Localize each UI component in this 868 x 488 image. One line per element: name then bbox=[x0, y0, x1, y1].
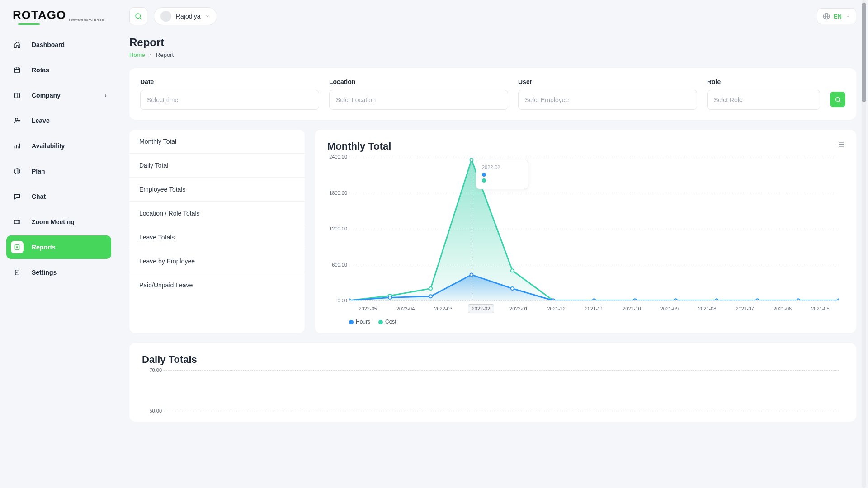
svg-rect-12 bbox=[14, 220, 19, 224]
user-field: User bbox=[518, 78, 697, 110]
report-tab-leave-by-employee[interactable]: Leave by Employee bbox=[129, 249, 305, 273]
topbar: Rajodiya EN bbox=[129, 7, 856, 25]
svg-point-29 bbox=[429, 287, 432, 290]
sidebar-item-label: Dashboard bbox=[32, 41, 65, 48]
language-selector[interactable]: EN bbox=[817, 8, 856, 24]
x-tick: 2022-02 bbox=[462, 306, 500, 311]
scroll-thumb[interactable] bbox=[862, 3, 866, 102]
x-tick: 2022-05 bbox=[349, 306, 387, 311]
svg-rect-0 bbox=[15, 68, 20, 73]
chevron-right-icon: › bbox=[150, 52, 151, 58]
svg-point-48 bbox=[674, 299, 677, 301]
svg-point-46 bbox=[593, 299, 596, 301]
zoom-meeting-icon bbox=[11, 216, 24, 228]
hamburger-icon bbox=[837, 141, 845, 149]
sidebar-item-zoom-meeting[interactable]: Zoom Meeting bbox=[6, 210, 111, 234]
svg-point-52 bbox=[838, 299, 840, 301]
sidebar-item-rotas[interactable]: Rotas bbox=[6, 58, 111, 82]
sidebar-item-chat[interactable]: Chat bbox=[6, 185, 111, 208]
filter-card: Date Location User Role bbox=[129, 68, 856, 120]
sidebar-item-label: Settings bbox=[32, 269, 57, 276]
x-tick: 2021-06 bbox=[764, 306, 801, 311]
report-tab-leave-totals[interactable]: Leave Totals bbox=[129, 225, 305, 249]
search-button[interactable] bbox=[129, 7, 147, 25]
sidebar-item-availability[interactable]: Availability bbox=[6, 134, 111, 158]
sidebar-item-reports[interactable]: Reports bbox=[6, 235, 111, 259]
report-tab-employee-totals[interactable]: Employee Totals bbox=[129, 178, 305, 202]
location-input[interactable] bbox=[329, 90, 508, 110]
chevron-down-icon bbox=[845, 14, 850, 19]
brand-name: ROTAGO bbox=[13, 8, 66, 22]
daily-totals-card: Daily Totals 50.0070.00 bbox=[129, 343, 856, 422]
settings-icon bbox=[11, 266, 24, 279]
x-tick: 2021-09 bbox=[651, 306, 688, 311]
sidebar-item-label: Reports bbox=[32, 244, 56, 251]
breadcrumb-home[interactable]: Home bbox=[129, 52, 145, 58]
role-field: Role bbox=[707, 78, 820, 110]
role-input[interactable] bbox=[707, 90, 820, 110]
x-tick: 2021-05 bbox=[802, 306, 839, 311]
chart-legend: Hours Cost bbox=[349, 319, 844, 325]
user-input[interactable] bbox=[518, 90, 697, 110]
svg-point-44 bbox=[511, 287, 514, 290]
content-row: Monthly TotalDaily TotalEmployee TotalsL… bbox=[129, 130, 856, 333]
apply-filters-button[interactable] bbox=[830, 92, 845, 107]
report-tab-paid-unpaid-leave[interactable]: Paid/Unpaid Leave bbox=[129, 273, 305, 297]
monthly-total-card: Monthly Total 0.00600.001200.001800.0024… bbox=[315, 130, 856, 333]
x-tick: 2021-12 bbox=[538, 306, 575, 311]
chart-area[interactable]: 50.0070.00 bbox=[164, 370, 839, 411]
sidebar-item-label: Rotas bbox=[32, 66, 49, 74]
svg-point-50 bbox=[756, 299, 759, 301]
y-tick: 600.00 bbox=[325, 262, 347, 267]
brand-sub: Powered by WORKDO bbox=[69, 18, 105, 22]
chevron-down-icon bbox=[205, 14, 210, 19]
chat-icon bbox=[11, 190, 24, 203]
svg-point-49 bbox=[715, 299, 718, 301]
legend-cost: Cost bbox=[378, 319, 396, 325]
sidebar-item-label: Chat bbox=[32, 193, 46, 200]
main-nav: DashboardRotasCompany›LeaveAvailabilityP… bbox=[6, 33, 111, 284]
svg-line-23 bbox=[839, 101, 840, 102]
date-label: Date bbox=[140, 78, 319, 85]
chevron-right-icon: › bbox=[104, 92, 107, 99]
sidebar-item-settings[interactable]: Settings bbox=[6, 261, 111, 284]
chart-area[interactable]: 0.00600.001200.001800.002400.002022-0520… bbox=[349, 157, 839, 300]
y-tick: 1200.00 bbox=[325, 226, 347, 231]
avatar bbox=[160, 11, 171, 22]
leave-icon bbox=[11, 114, 24, 127]
report-tab-location-role-totals[interactable]: Location / Role Totals bbox=[129, 202, 305, 225]
sidebar-item-plan[interactable]: Plan bbox=[6, 160, 111, 183]
sidebar-item-dashboard[interactable]: Dashboard bbox=[6, 33, 111, 56]
legend-hours: Hours bbox=[349, 319, 370, 325]
svg-point-42 bbox=[429, 295, 432, 298]
svg-point-22 bbox=[835, 97, 840, 101]
role-label: Role bbox=[707, 78, 820, 85]
svg-point-45 bbox=[552, 299, 555, 301]
x-tick: 2022-01 bbox=[500, 306, 538, 311]
sidebar-item-company[interactable]: Company› bbox=[6, 84, 111, 107]
user-menu[interactable]: Rajodiya bbox=[154, 7, 217, 25]
scrollbar[interactable] bbox=[862, 0, 866, 488]
svg-line-18 bbox=[140, 18, 141, 19]
date-field: Date bbox=[140, 78, 319, 110]
page-header: Report Home › Report bbox=[129, 36, 856, 58]
chart-menu-button[interactable] bbox=[837, 141, 845, 150]
chart-tooltip: 2022-02 bbox=[476, 160, 528, 189]
location-label: Location bbox=[329, 78, 508, 85]
svg-point-6 bbox=[15, 118, 18, 121]
report-tab-monthly-total[interactable]: Monthly Total bbox=[129, 130, 305, 154]
date-input[interactable] bbox=[140, 90, 319, 110]
user-name: Rajodiya bbox=[176, 13, 200, 20]
sidebar-item-label: Company bbox=[32, 92, 61, 99]
x-tick: 2021-08 bbox=[689, 306, 726, 311]
dashboard-icon bbox=[11, 38, 24, 51]
sidebar-item-leave[interactable]: Leave bbox=[6, 109, 111, 132]
report-tab-daily-total[interactable]: Daily Total bbox=[129, 154, 305, 178]
company-icon bbox=[11, 89, 24, 102]
tooltip-date: 2022-02 bbox=[482, 164, 523, 170]
app-logo: ROTAGO Powered by WORKDO bbox=[13, 8, 108, 22]
svg-point-41 bbox=[388, 296, 392, 299]
svg-point-47 bbox=[633, 299, 637, 301]
x-tick: 2021-10 bbox=[613, 306, 651, 311]
reports-icon bbox=[11, 241, 24, 253]
